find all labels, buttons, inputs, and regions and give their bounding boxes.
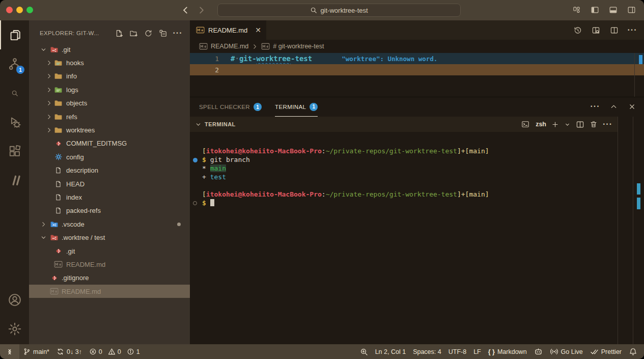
launch-profile-icon[interactable] xyxy=(564,121,571,128)
status-indentation[interactable]: Spaces: 4 xyxy=(409,344,445,359)
activity-custom-extension-icon[interactable] xyxy=(0,165,29,195)
collapsed-panel-view-a[interactable] xyxy=(618,117,633,345)
status-sync[interactable]: 0↓ 3↑ xyxy=(53,344,86,359)
tree-item-description[interactable]: description xyxy=(29,164,190,177)
chevron-right-icon[interactable] xyxy=(45,86,53,94)
status-screencast-zoom[interactable] xyxy=(356,344,372,359)
status-language-mode[interactable]: { }Markdown xyxy=(485,344,530,359)
customize-layout-icon[interactable] xyxy=(571,4,582,15)
breadcrumb-symbol[interactable]: # git-worktree-test xyxy=(273,43,324,50)
tree-item-index[interactable]: index xyxy=(29,190,190,204)
code-line-1: 1#·git-worktree-test"worktree": Unknown … xyxy=(190,53,644,64)
breadcrumb-file[interactable]: README.md xyxy=(211,43,248,50)
panel-more-icon[interactable]: ··· xyxy=(590,101,600,112)
command-center-search[interactable]: git-worktree-test xyxy=(217,4,461,17)
toggle-panel-icon[interactable] xyxy=(607,4,619,15)
kill-terminal-icon[interactable] xyxy=(590,120,598,128)
activity-extensions-icon[interactable] xyxy=(0,136,29,165)
tree-item--git[interactable]: .git xyxy=(29,244,190,258)
terminal-more-icon[interactable]: ··· xyxy=(603,120,612,129)
chevron-down-icon[interactable] xyxy=(39,45,47,53)
new-terminal-icon[interactable] xyxy=(551,121,559,128)
minimize-window-button[interactable] xyxy=(16,7,23,13)
open-preview-icon[interactable] xyxy=(590,24,601,36)
folder-plain-icon xyxy=(54,113,63,121)
editor-area[interactable]: README.md ✕ ··· README.md # git-worktree… xyxy=(190,20,644,97)
remote-indicator[interactable] xyxy=(0,344,19,359)
tree-item-logs[interactable]: logs xyxy=(29,83,190,96)
code-area[interactable]: 1#·git-worktree-test"worktree": Unknown … xyxy=(190,53,644,75)
activity-source-control-icon[interactable]: 1 xyxy=(0,49,29,78)
bell-icon xyxy=(629,347,637,356)
more-actions-icon[interactable]: ··· xyxy=(627,24,638,36)
close-tab-icon[interactable]: ✕ xyxy=(255,26,261,34)
timeline-history-icon[interactable] xyxy=(572,24,583,36)
terminal-text: * main xyxy=(202,164,226,172)
activity-explorer-icon[interactable] xyxy=(0,20,29,49)
problems-status[interactable]: 001 xyxy=(86,344,147,359)
status-prettier[interactable]: Prettier xyxy=(586,344,625,359)
tree-item-worktrees[interactable]: worktrees xyxy=(29,123,190,136)
tree-item--vscode[interactable]: .vscode xyxy=(29,217,190,231)
chevron-right-icon[interactable] xyxy=(45,99,53,107)
status-cursor-position[interactable]: Ln 2, Col 1 xyxy=(372,344,409,359)
terminal-text: [itokohei@koheiito-MacBook-Pro:~/private… xyxy=(202,147,489,155)
collapsed-panel-view-b[interactable] xyxy=(633,117,644,345)
tree-item--worktree-test[interactable]: .worktree / test xyxy=(29,231,190,244)
tree-item-head[interactable]: HEAD xyxy=(29,177,190,190)
tree-item-readme-md[interactable]: README.md xyxy=(29,285,190,298)
status-errors: 0 xyxy=(89,348,102,355)
terminal-text: [itokohei@koheiito-MacBook-Pro:~/private… xyxy=(202,190,489,198)
forward-icon[interactable] xyxy=(195,4,208,16)
terminal-output[interactable]: [itokohei@koheiito-MacBook-Pro:~/private… xyxy=(190,132,618,345)
new-folder-icon[interactable] xyxy=(128,28,138,38)
command-success-decoration[interactable] xyxy=(193,157,199,163)
views-and-more-icon[interactable]: ··· xyxy=(173,28,183,38)
chevron-down-icon[interactable] xyxy=(195,121,202,128)
status-encoding[interactable]: UTF-8 xyxy=(445,344,470,359)
activity-settings-icon[interactable] xyxy=(0,314,29,343)
panel-tab-spell-checker[interactable]: SPELL CHECKER1 xyxy=(199,97,262,117)
close-window-button[interactable] xyxy=(6,7,13,13)
maximize-panel-icon[interactable] xyxy=(608,101,619,112)
status-go-live[interactable]: Go Live xyxy=(546,344,586,359)
chevron-right-icon[interactable] xyxy=(39,220,47,228)
chevron-right-icon[interactable] xyxy=(45,113,53,121)
refresh-explorer-icon[interactable] xyxy=(143,28,153,38)
panel-tab-terminal[interactable]: TERMINAL1 xyxy=(275,97,318,117)
chevron-down-icon[interactable] xyxy=(39,234,47,242)
status-branch[interactable]: main* xyxy=(19,344,53,359)
zoom-window-button[interactable] xyxy=(26,7,33,13)
toggle-secondary-sidebar-icon[interactable] xyxy=(626,4,637,15)
collapse-folders-icon[interactable] xyxy=(158,28,168,38)
tree-item-readme-md[interactable]: README.md xyxy=(29,258,190,271)
activity-search-icon[interactable] xyxy=(0,78,29,107)
activity-accounts-icon[interactable] xyxy=(0,285,29,314)
tree-item-hooks[interactable]: hooks xyxy=(29,56,190,69)
chevron-right-icon[interactable] xyxy=(45,72,53,80)
tree-item--gitignore[interactable]: .gitignore xyxy=(29,271,190,285)
split-terminal-icon[interactable] xyxy=(576,120,584,129)
tree-item-config[interactable]: config xyxy=(29,150,190,163)
new-file-icon[interactable] xyxy=(114,28,124,38)
explorer-title: EXPLORER: GIT-W... xyxy=(40,30,114,36)
file-git-icon xyxy=(54,139,63,148)
split-editor-icon[interactable] xyxy=(608,24,620,36)
tree-item-info[interactable]: info xyxy=(29,70,190,83)
status-copilot[interactable] xyxy=(530,344,546,359)
close-panel-icon[interactable] xyxy=(627,101,637,112)
status-notifications[interactable] xyxy=(625,344,641,359)
tree-item-packed-refs[interactable]: packed-refs xyxy=(29,204,190,217)
tree-item-refs[interactable]: refs xyxy=(29,110,190,123)
status-eol[interactable]: LF xyxy=(470,344,485,359)
chevron-right-icon[interactable] xyxy=(45,59,53,67)
back-icon[interactable] xyxy=(179,4,191,16)
chevron-right-icon[interactable] xyxy=(45,126,53,134)
activity-run-debug-icon[interactable] xyxy=(0,107,29,136)
tree-item-objects[interactable]: objects xyxy=(29,97,190,110)
tree-item--git[interactable]: .git xyxy=(29,43,190,56)
toggle-primary-sidebar-icon[interactable] xyxy=(589,4,600,15)
tree-item-commit-editmsg[interactable]: COMMIT_EDITMSG xyxy=(29,137,190,150)
tab-readme[interactable]: README.md ✕ xyxy=(190,20,266,40)
command-pending-decoration[interactable] xyxy=(193,201,199,206)
